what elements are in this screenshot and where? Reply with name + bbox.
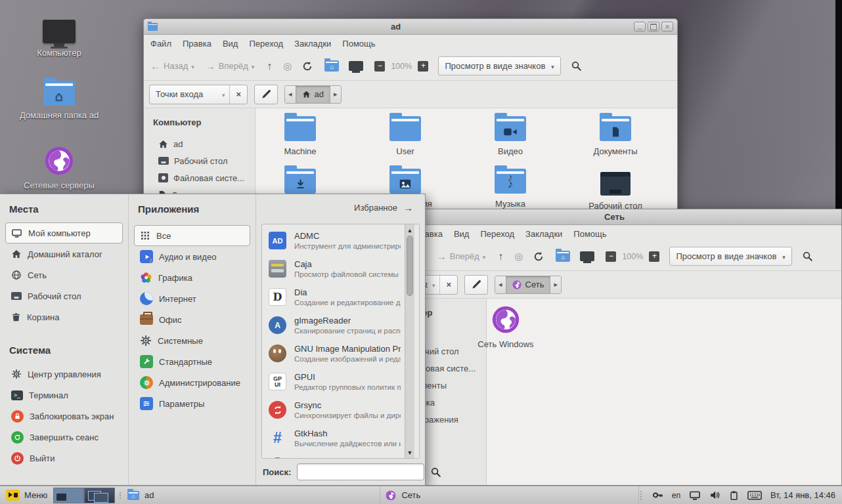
menu-item-shutdown[interactable]: Выйти [5,448,123,469]
close-sidebar-icon[interactable] [229,85,247,104]
menu-go[interactable]: Переход [249,39,283,49]
file-documents[interactable]: Документы [569,116,661,156]
minimize-button[interactable] [634,22,646,32]
menu-item-trash[interactable]: Корзина [5,306,123,327]
menu-go[interactable]: Переход [480,229,514,239]
view-mode-dropdown[interactable]: Просмотр в виде значков [438,56,560,75]
category-administration[interactable]: Администрирование [134,372,250,393]
menu-item-terminal[interactable]: >_Терминал [5,385,123,406]
crumb-right-icon[interactable] [330,86,341,103]
stop-icon[interactable] [514,251,523,262]
drag-handle[interactable] [118,486,122,504]
file-machine[interactable]: Machine [254,116,346,156]
search-icon[interactable] [430,467,441,478]
up-button[interactable] [267,60,272,72]
menu-bookmarks[interactable]: Закладки [294,39,331,49]
zoom-out-button[interactable]: − [374,61,385,72]
sidebar-item-home[interactable]: ad [144,135,255,152]
breadcrumb-home[interactable]: ad [296,86,330,103]
edit-location-button[interactable] [464,275,488,295]
sidebar-item-filesystem[interactable]: Файловая систе... [144,169,255,186]
desktop-icon-network-servers[interactable]: Сетевые серверы [10,146,108,190]
scroll-up-icon[interactable] [405,225,414,235]
volume-icon[interactable] [709,490,720,501]
desktop-icon-computer[interactable]: Компьютер [10,20,108,58]
home-folder-button[interactable] [324,60,339,72]
search-button[interactable] [802,251,813,262]
category-graphics[interactable]: Графика [134,267,250,288]
category-office[interactable]: Офис [134,309,250,330]
menu-file[interactable]: Файл [150,39,171,49]
crumb-left-icon[interactable] [285,86,296,103]
menu-view[interactable]: Вид [223,39,238,49]
forward-button[interactable]: Вперёд [437,251,486,262]
menu-item-network[interactable]: Сеть [5,264,123,285]
app-gimagereader[interactable]: A gImageReaderСканирование страниц и рас… [266,311,403,339]
workspace-1[interactable] [53,488,84,503]
crumb-right-icon[interactable] [550,276,561,293]
category-preferences[interactable]: Параметры [134,393,250,414]
menu-search-input[interactable] [297,463,424,480]
computer-button[interactable] [580,251,594,261]
keyring-icon[interactable] [652,490,663,501]
app-grsync[interactable]: GrsyncСинхронизирует файлы и директори..… [266,396,403,424]
menu-help[interactable]: Помощь [342,39,375,49]
category-system[interactable]: Системные [134,330,250,351]
menu-item-my-computer[interactable]: Мой компьютер [5,222,123,243]
edit-location-button[interactable] [254,85,278,104]
menu-help[interactable]: Помощь [573,229,606,239]
display-icon[interactable] [689,490,701,501]
keyboard-layout-indicator[interactable]: en [672,491,680,500]
menu-button[interactable]: Меню [0,486,53,504]
file-music[interactable]: Музыка [464,169,556,209]
home-folder-button[interactable] [556,251,570,262]
stop-icon[interactable] [283,60,292,72]
back-button[interactable]: Назад [150,60,194,72]
crumb-left-icon[interactable] [495,276,506,293]
taskbar-window-network[interactable]: Сеть [380,486,638,504]
file-pane[interactable]: Сеть Windows [487,299,841,485]
app-gpui[interactable]: GP UI GPUIРедактор групповых политик поз… [266,368,403,396]
file-desktop[interactable]: Рабочий стол [569,169,661,211]
workspace-2[interactable] [84,488,115,503]
app-gtkhash[interactable]: # GtkHashВычисление дайджестов или контр… [266,424,403,452]
computer-button[interactable] [349,61,363,71]
close-sidebar-icon[interactable] [439,276,457,294]
favorites-button[interactable]: Избранное [354,202,413,213]
up-button[interactable] [498,251,503,262]
taskbar-window-ad[interactable]: ad [122,486,380,504]
file-windows-network[interactable]: Сеть Windows [463,305,548,349]
titlebar[interactable]: ad [144,19,677,35]
app-caja[interactable]: CajaПросмотр файловой системы в файл... [266,255,403,283]
zoom-in-button[interactable]: + [418,61,428,72]
sidebar-mode-combo[interactable]: Точки входа [149,85,248,104]
app-admc[interactable]: AD ADMCИнструмент для администрировани..… [266,226,403,255]
close-button[interactable] [661,22,673,32]
menu-item-desktop[interactable]: Рабочий стол [5,285,123,306]
keyboard-icon[interactable] [747,491,762,500]
drag-handle[interactable] [639,491,644,500]
refresh-button[interactable] [301,60,313,72]
category-all[interactable]: Все [134,225,250,246]
scroll-down-icon[interactable] [405,448,414,457]
workspace-switcher[interactable] [53,488,115,503]
titlebar[interactable]: Сеть [375,209,841,225]
clipboard-icon[interactable] [729,490,739,501]
app-hp-device[interactable]: HP Device Ma... [266,452,403,459]
search-button[interactable] [571,60,582,72]
menu-item-logout[interactable]: Завершить сеанс [5,427,123,448]
zoom-out-button[interactable]: − [606,251,616,262]
category-audio-video[interactable]: Аудио и видео [134,246,250,267]
menu-item-home-folder[interactable]: Домашний каталог [5,243,123,264]
menu-item-lock-screen[interactable]: Заблокировать экран [5,406,123,427]
app-list-scrollbar[interactable] [405,224,414,458]
clock[interactable]: Вт, 14 янв, 14:46 [770,490,835,500]
menu-item-control-center[interactable]: Центр управления [5,364,123,385]
desktop-icon-home-folder[interactable]: ⌂ Домашняя папка ad [10,81,108,120]
forward-button[interactable]: Вперёд [206,60,255,72]
menu-bookmarks[interactable]: Закладки [525,229,562,239]
zoom-in-button[interactable]: + [649,251,659,262]
category-internet[interactable]: Интернет [134,288,250,309]
scrollbar-thumb[interactable] [407,236,413,296]
breadcrumb-network[interactable]: Сеть [506,276,551,293]
